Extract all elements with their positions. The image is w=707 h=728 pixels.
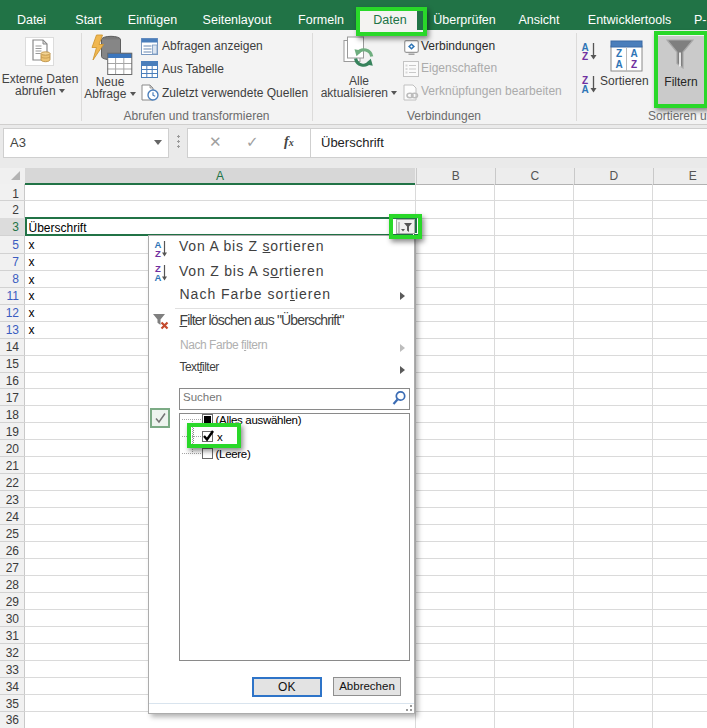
svg-text:A: A [630,48,637,59]
svg-text:A: A [154,272,161,281]
svg-text:Z: Z [155,248,161,257]
svg-text:A: A [581,84,588,94]
svg-text:A: A [615,59,622,70]
svg-text:Z: Z [631,59,637,70]
svg-text:Z: Z [582,51,588,61]
svg-text:Z: Z [616,48,622,59]
